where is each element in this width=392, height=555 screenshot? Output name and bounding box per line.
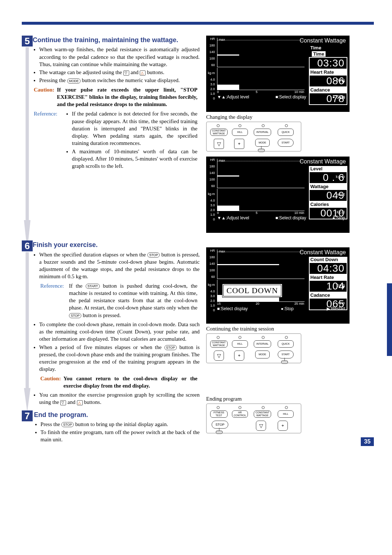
lcd-screen-1: Constant Wattage HR18014010060 max kg·m4… xyxy=(206,36,350,112)
metric-calories-label: Calories xyxy=(309,202,347,207)
step-arrow xyxy=(24,252,30,412)
caption-continuing: Continuing the training session xyxy=(206,326,359,332)
caption-ending: Ending program xyxy=(206,396,359,402)
caution-label: Caution: xyxy=(40,376,61,381)
right-column: Constant Wattage HR18014010060 max kg·m4… xyxy=(206,36,359,448)
pointing-hand-icon xyxy=(214,427,225,435)
lcd-screen-2: Constant Wattage HR18014010060 max kg·m4… xyxy=(206,157,350,233)
step-number-6: 6 xyxy=(22,240,33,251)
pointing-hand-icon xyxy=(279,357,290,365)
mode-button-icon: MODE xyxy=(67,78,81,84)
step-number-5: 5 xyxy=(22,36,33,46)
pointing-hand-icon xyxy=(256,145,267,153)
caution-label: Caution: xyxy=(34,87,54,93)
header-rule xyxy=(22,22,374,25)
metric-cadence-value: 065rpm xyxy=(309,298,347,310)
metric-cadence-label: Cadance xyxy=(309,292,347,298)
minus-button[interactable]: ▽ xyxy=(256,421,266,431)
start-button[interactable]: START xyxy=(278,139,294,147)
stop-button-icon: STOP xyxy=(61,422,74,427)
metric-countdown-value: 04:30 xyxy=(309,262,347,275)
metric-hr-label: Heart Rate xyxy=(309,69,347,75)
button-panel-3: FITNESS TEST HR CONTROL CONSTANT WATTAGE… xyxy=(206,404,301,433)
interval-button[interactable]: INTERVAL xyxy=(254,129,271,136)
lcd3-title: Constant Wattage xyxy=(300,249,346,256)
down-icon xyxy=(123,70,129,76)
metric-calories-value: 0010Kcal xyxy=(309,207,347,219)
step-5: 5 Continue the training, maintaining the… xyxy=(22,36,200,171)
metric-level-label: Level xyxy=(309,166,347,171)
foot-select: ■:Select display xyxy=(275,94,306,100)
step-7: 7 End the program. Press the STOP button… xyxy=(22,410,200,444)
lcd-screen-3: Constant Wattage HR18014010060 max kg·m4… xyxy=(206,247,350,324)
reference-label: Reference: xyxy=(40,283,64,289)
left-column: 5 Continue the training, maintaining the… xyxy=(22,36,200,448)
step-7-title: End the program. xyxy=(34,410,200,419)
down-icon xyxy=(60,400,66,405)
quick-button[interactable]: QUICK xyxy=(278,340,294,348)
s5-ref-2: A maximum of 10-minutes' worth of data c… xyxy=(72,148,197,170)
minus-button[interactable]: ▽ xyxy=(214,351,224,361)
caption-changing-display: Changing the display xyxy=(206,114,359,120)
s5-caution: If your pulse rate exceeds the upper lim… xyxy=(57,87,197,108)
constant-wattage-button[interactable]: CONSTANT WATTAGE xyxy=(254,410,271,418)
fitness-test-button[interactable]: FITNESS TEST xyxy=(210,410,228,418)
hill-button[interactable]: HILL xyxy=(232,340,248,348)
metric-hr-value: 104♥bpm xyxy=(309,280,347,292)
stop-button-icon: STOP xyxy=(147,252,160,258)
plus-button[interactable]: + xyxy=(234,139,244,149)
step-arrow xyxy=(24,47,30,251)
button-panel-1: CONSTANT WATTAGE HILL INTERVAL QUICK ▽ +… xyxy=(206,122,301,151)
start-button-icon: START xyxy=(86,284,100,289)
constant-wattage-button[interactable]: CONSTANT WATTAGE xyxy=(210,340,228,348)
step-number-7: 7 xyxy=(22,410,33,421)
side-tab xyxy=(387,283,392,356)
minus-button[interactable]: ▽ xyxy=(214,139,224,149)
lcd1-title: Constant Wattage xyxy=(300,37,346,44)
s5-bullet-1: When warm-up finishes, the pedal resista… xyxy=(39,46,200,68)
s7-bullet-1: Press the STOP button to bring up the in… xyxy=(41,421,200,428)
mode-button[interactable]: MODE xyxy=(255,351,270,358)
s7-bullet-2: To finish the entire program, turn off t… xyxy=(41,429,200,443)
quick-button[interactable]: QUICK xyxy=(278,129,294,136)
up-icon xyxy=(77,400,83,405)
metric-level-value: 0 . 6kg·m xyxy=(309,171,347,184)
stop-button-icon: STOP xyxy=(69,313,81,318)
metric-hr-label: Heart Rate xyxy=(309,275,347,280)
interval-button[interactable]: INTERVAL xyxy=(254,340,271,348)
hill-button[interactable]: HILL xyxy=(278,410,294,418)
step-6: 6 Finish your exercise. When the specifi… xyxy=(22,240,200,406)
stop-button-icon: STOP xyxy=(164,345,177,350)
up-icon xyxy=(140,70,146,76)
s6-reference: If the START button is pushed during coo… xyxy=(69,282,199,319)
plus-button[interactable]: + xyxy=(234,351,244,361)
step-5-title: Continue the training, maintaining the w… xyxy=(33,36,200,44)
s5-ref-1: If the pedal cadence is not detected for… xyxy=(72,110,197,147)
metric-hr-value: 086♥bpm xyxy=(309,75,347,87)
button-panel-2: CONSTANT WATTAGE HILL INTERVAL QUICK ▽ +… xyxy=(206,333,301,363)
reference-label: Reference: xyxy=(34,111,57,117)
lcd2-title: Constant Wattage xyxy=(300,158,346,165)
s6-caution: You cannot return to the cool-down displ… xyxy=(64,376,197,389)
metric-time-value: 03:30 xyxy=(309,57,347,69)
metric-wattage-label: Wattage xyxy=(309,184,347,189)
s6-bullet-4: You can monitor the exercise progression… xyxy=(39,391,200,406)
page-number: 35 xyxy=(361,437,374,446)
metric-wattage-value: 049watt xyxy=(309,189,347,202)
metric-countdown-label: Count Down xyxy=(309,257,347,262)
metric-cadence-label: Cadance xyxy=(309,87,347,93)
foot-adjust: ▼▲:Adjust level xyxy=(217,94,249,100)
s5-bullet-3: Pressing the MODE button switches the nu… xyxy=(39,77,200,84)
plus-button[interactable]: + xyxy=(278,421,288,431)
hill-button[interactable]: HILL xyxy=(232,129,248,136)
step-6-title: Finish your exercise. xyxy=(33,240,200,249)
constant-wattage-button[interactable]: CONSTANT WATTAGE xyxy=(210,129,228,136)
metric-cadence-value: 078rpm xyxy=(309,93,347,105)
s6-bullet-1: When the specified duration elapses or w… xyxy=(39,251,200,320)
s6-bullet-3: When a period of five minutes elapses or… xyxy=(39,344,200,391)
metric-time-label: Time xyxy=(309,45,347,50)
s5-bullet-2: The wattage can be adjusted using the an… xyxy=(39,69,200,76)
hr-control-button[interactable]: HR CONTROL xyxy=(232,410,248,418)
cool-down-banner: COOL DOWN xyxy=(222,284,282,297)
s6-bullet-2: To complete the cool-down phase, remain … xyxy=(39,321,200,343)
